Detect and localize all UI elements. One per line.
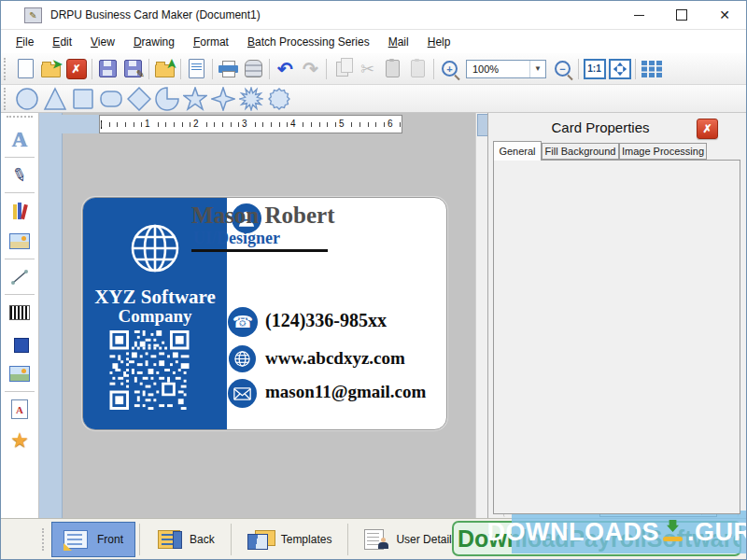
new-document-button[interactable] [13,56,38,81]
card-company-name[interactable]: XYZ Software Company [83,287,227,325]
paste-special-button[interactable] [405,56,430,81]
toolbar-separator [635,59,636,79]
front-button[interactable]: Front [51,522,135,557]
line-tool-button[interactable] [1,261,38,292]
tab-general[interactable]: General [493,141,542,161]
paste-button[interactable] [380,56,405,81]
card-phone[interactable]: (124)336-985xx [265,310,387,331]
close-document-button[interactable]: ✗ [63,56,89,81]
burst-shape-button[interactable] [237,86,265,111]
ruler-number: 6 [386,119,395,129]
save-as-button[interactable]: ✎ [120,56,146,81]
fit-page-button[interactable] [607,56,632,81]
templates-button[interactable]: Templates [235,522,345,557]
save-icon [99,60,117,77]
open-button[interactable]: ➤ [38,56,63,81]
bottombar-drag-handle[interactable] [42,528,47,551]
close-document-icon: ✗ [66,59,87,79]
menu-help[interactable]: Help [418,33,460,51]
maximize-button[interactable] [660,1,703,29]
signature-tool-button[interactable]: ✎ [1,160,38,190]
qr-code[interactable] [108,330,190,410]
rounded-square-shape-button[interactable] [97,86,125,111]
business-card[interactable]: XYZ Software Company [82,197,447,430]
canvas-scrollbar[interactable] [475,113,487,518]
watermark-brand-left: DOWNLOADS [487,518,659,547]
mail-icon[interactable] [228,379,257,408]
zoom-in-button[interactable]: + [437,56,462,81]
toolbar-separator [326,59,327,79]
star-shape-button[interactable] [181,86,209,111]
layers-tool-button[interactable] [1,328,38,358]
zoom-level-combobox[interactable]: 100% ▼ [466,60,546,78]
print-button[interactable] [216,56,241,81]
ruler-number: 4 [289,119,298,129]
barcode-tool-button[interactable] [1,297,38,328]
close-button[interactable]: ✕ [703,1,746,29]
menu-drawing[interactable]: Drawing [124,33,184,51]
menu-batch-processing-series[interactable]: Batch Processing Series [238,33,379,51]
back-button[interactable]: Back [144,522,227,557]
seal-shape-button[interactable] [265,86,293,111]
circle-shape-button[interactable] [13,86,41,111]
zoom-out-button[interactable]: − [550,56,575,81]
one-to-one-icon: 1:1 [584,59,606,79]
card-person-title[interactable]: UI/Designer [193,229,280,248]
menu-edit[interactable]: Edit [43,33,81,51]
database-button[interactable] [241,56,266,81]
triangle-icon [43,87,67,111]
custom-shape-tool-button[interactable]: ★ [1,425,38,455]
front-card-icon [63,530,90,549]
four-point-star-shape-button[interactable] [209,86,237,111]
paste-icon [386,60,400,77]
library-tool-button[interactable] [1,195,38,226]
pencil-icon: ✎ [136,68,145,80]
menu-view[interactable]: View [81,33,124,51]
tab-image-processing[interactable]: Image Processing [619,143,707,160]
zoom-out-icon: − [555,61,571,77]
triangle-shape-button[interactable] [41,86,69,111]
notes-line [191,66,202,67]
diamond-shape-button[interactable] [125,86,153,111]
company-line-1: XYZ Software [83,287,227,307]
picture-icon [9,366,30,382]
cut-icon: ✂ [360,59,374,79]
tab-fill-background[interactable]: Fill Background [542,143,619,160]
menu-mail[interactable]: Mail [379,33,418,51]
grid-button[interactable] [639,56,664,81]
image-tool-button[interactable] [1,226,38,257]
export-button[interactable]: ➤ [152,56,177,81]
minimize-button[interactable] [617,1,660,29]
card-divider-line[interactable] [191,249,328,252]
save-button[interactable] [95,56,120,81]
redo-button[interactable]: ↷ [298,56,323,81]
globe-icon[interactable] [130,222,180,274]
card-website[interactable]: www.abcdxyz.com [265,348,405,369]
ruler-corner [39,115,99,133]
cut-button[interactable]: ✂ [355,56,380,81]
notes-button[interactable] [184,56,209,81]
picture-tool-button[interactable] [1,358,38,389]
templates-icon [247,530,274,549]
word-art-tool-button[interactable]: A [1,394,38,425]
toolbar-drag-handle[interactable] [4,88,8,110]
panel-close-button[interactable]: ✗ [697,119,718,139]
text-tool-button[interactable]: A [1,124,38,155]
menu-file[interactable]: File [7,33,43,51]
square-shape-button[interactable] [69,86,97,111]
globe-small-icon[interactable] [229,345,256,372]
maximize-icon [676,9,687,21]
card-email[interactable]: mason11@gmail.com [265,382,426,402]
paste-special-icon [411,60,425,77]
copy-button[interactable] [330,56,355,81]
card-person-name[interactable]: Mason Robert [191,203,334,229]
menu-format[interactable]: Format [184,33,238,51]
text-document-icon: A [11,399,28,419]
zoom-level-value: 100% [472,63,499,75]
pie-shape-button[interactable] [153,86,181,111]
phone-icon[interactable]: ☎ [228,307,258,337]
actual-size-button[interactable]: 1:1 [582,56,607,81]
undo-button[interactable]: ↶ [273,56,298,81]
toolbar-drag-handle[interactable] [4,58,8,80]
sidebar-drag-handle[interactable] [7,116,33,120]
